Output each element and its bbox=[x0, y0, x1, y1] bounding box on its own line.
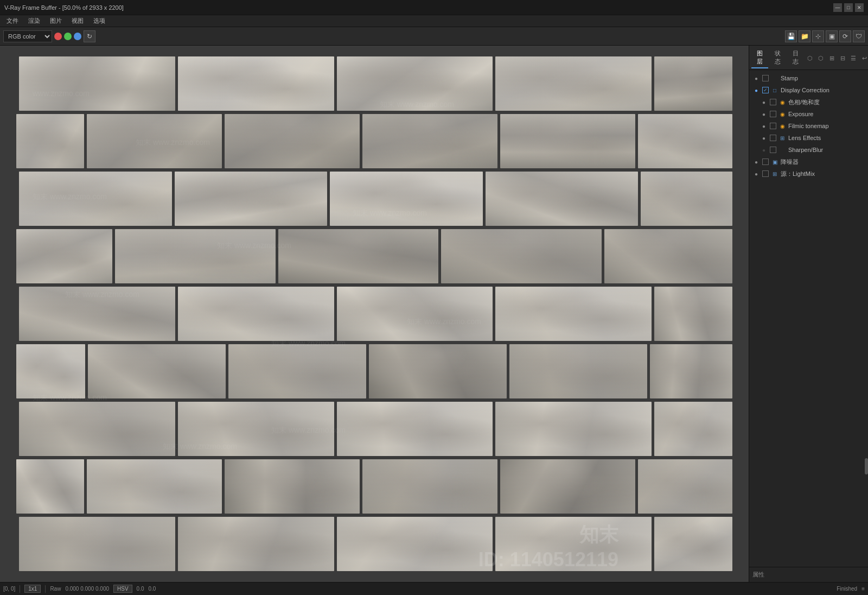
properties-label: 属性 bbox=[752, 569, 865, 580]
layer-eye-lens[interactable]: ● bbox=[760, 134, 768, 142]
layer-lightmix[interactable]: ● ⊞ 源：LightMix bbox=[749, 168, 868, 180]
layer-eye-hue[interactable]: ● bbox=[760, 98, 768, 106]
layer-label-filmic: Filmic tonemap bbox=[788, 123, 829, 129]
layer-eye-denoiser[interactable]: ● bbox=[752, 158, 760, 166]
brick-6-4 bbox=[495, 402, 652, 456]
layer-sharpen[interactable]: ● Sharpen/Blur bbox=[749, 144, 868, 156]
brick-1-1 bbox=[87, 114, 222, 168]
layer-exposure[interactable]: ● ◉ Exposure bbox=[749, 108, 868, 120]
layer-filmic[interactable]: ● ◉ Filmic tonemap bbox=[749, 120, 868, 132]
main-area: www.znzmo.com知末 www.znzmo.com知末 www.znzm… bbox=[0, 46, 868, 582]
brick-5-1 bbox=[88, 344, 226, 398]
brick-6-5 bbox=[654, 402, 732, 456]
color-format-button[interactable]: HSV bbox=[113, 585, 132, 593]
brick-4-4 bbox=[495, 287, 652, 341]
save-as-icon[interactable]: 📁 bbox=[799, 30, 810, 42]
title-bar: V-Ray Frame Buffer - [50.0% of 2933 x 22… bbox=[0, 0, 868, 15]
layer-eye-exposure[interactable]: ● bbox=[760, 110, 768, 118]
menu-options[interactable]: 选项 bbox=[89, 16, 110, 26]
pixel-size-button[interactable]: 1x1 bbox=[24, 585, 41, 593]
brick-2-5 bbox=[641, 172, 732, 226]
brick-1-4 bbox=[500, 114, 635, 168]
menu-render[interactable]: 渲染 bbox=[24, 16, 44, 26]
layer-check-hue[interactable] bbox=[770, 99, 776, 105]
window-controls[interactable]: — □ ✕ bbox=[833, 3, 864, 12]
layer-lens[interactable]: ● ⊞ Lens Effects bbox=[749, 132, 868, 144]
compare-icon[interactable]: ⟳ bbox=[839, 30, 851, 42]
brick-7-4 bbox=[500, 459, 635, 514]
menu-image[interactable]: 图片 bbox=[46, 16, 66, 26]
brick-0-4 bbox=[495, 56, 652, 111]
layer-eye-stamp[interactable]: ● bbox=[752, 74, 760, 82]
red-channel-toggle[interactable] bbox=[54, 33, 62, 40]
layer-display-correction[interactable]: ● ✓ □ Display Correction bbox=[749, 84, 868, 96]
blue-channel-toggle[interactable] bbox=[74, 33, 81, 40]
layer-icon-1[interactable]: ⬡ bbox=[805, 53, 815, 63]
brick-4-3 bbox=[337, 287, 493, 341]
layer-eye-sharpen[interactable]: ● bbox=[760, 146, 768, 154]
status-finished-text: Finished bbox=[837, 586, 857, 592]
color-mode-dropdown[interactable]: RGB color bbox=[3, 30, 52, 42]
cursor-icon[interactable]: ⊹ bbox=[812, 30, 824, 42]
menu-bar: 文件 渲染 图片 视图 选项 bbox=[0, 15, 868, 27]
brick-8-1 bbox=[19, 517, 175, 571]
brick-row-8 bbox=[16, 517, 732, 571]
refresh-icon[interactable]: ↻ bbox=[84, 30, 95, 42]
minimize-button[interactable]: — bbox=[833, 3, 842, 12]
scrollbar-thumb[interactable] bbox=[865, 458, 868, 474]
layer-check-stamp[interactable] bbox=[762, 75, 769, 81]
brick-3-2 bbox=[278, 229, 438, 283]
tab-layers[interactable]: 图层 bbox=[751, 48, 768, 68]
close-button[interactable]: ✕ bbox=[855, 3, 864, 12]
save-icon[interactable]: 💾 bbox=[785, 30, 797, 42]
brick-6-2 bbox=[178, 402, 334, 456]
layer-icon-5[interactable]: ☰ bbox=[848, 53, 858, 63]
brick-row-2 bbox=[16, 172, 732, 226]
tab-status[interactable]: 状态 bbox=[769, 48, 786, 68]
tab-log[interactable]: 日志 bbox=[787, 48, 804, 68]
layer-stamp[interactable]: ● Stamp bbox=[749, 72, 868, 84]
layer-label-stamp: Stamp bbox=[781, 75, 798, 81]
maximize-button[interactable]: □ bbox=[844, 3, 853, 12]
layer-label-denoiser: 降噪器 bbox=[781, 158, 799, 166]
brick-row-0 bbox=[16, 56, 732, 111]
status-menu-icon[interactable]: ≡ bbox=[861, 586, 865, 592]
settings-icon[interactable]: 🛡 bbox=[853, 30, 865, 42]
layer-check-display[interactable]: ✓ bbox=[762, 87, 769, 93]
layer-check-lens[interactable] bbox=[770, 135, 776, 141]
layer-check-denoiser[interactable] bbox=[762, 159, 769, 165]
status-divider-1 bbox=[20, 585, 20, 593]
layer-eye-filmic[interactable]: ● bbox=[760, 122, 768, 130]
layer-icon-filmic: ◉ bbox=[778, 122, 786, 130]
layer-check-filmic[interactable] bbox=[770, 123, 776, 129]
brick-3-1 bbox=[115, 229, 275, 283]
layer-icon-2[interactable]: ⬡ bbox=[816, 53, 826, 63]
extra-value-1: 0.0 bbox=[137, 586, 144, 592]
layer-check-exposure[interactable] bbox=[770, 111, 776, 117]
layer-icon-exposure: ◉ bbox=[778, 110, 786, 118]
layer-eye-display[interactable]: ● bbox=[752, 86, 760, 94]
brick-6-3 bbox=[337, 402, 493, 456]
layer-denoiser[interactable]: ● ▣ 降噪器 bbox=[749, 156, 868, 168]
menu-file[interactable]: 文件 bbox=[2, 16, 23, 26]
green-channel-toggle[interactable] bbox=[64, 33, 72, 40]
layer-icon-6[interactable]: ↩ bbox=[859, 53, 868, 63]
layer-icon-3[interactable]: ⊞ bbox=[827, 53, 837, 63]
layer-icon-display: □ bbox=[771, 86, 778, 94]
brick-3-0 bbox=[16, 229, 112, 283]
brick-8-5 bbox=[654, 517, 732, 571]
layer-label-display: Display Correction bbox=[781, 87, 829, 93]
layer-icon-4[interactable]: ⊟ bbox=[838, 53, 847, 63]
layer-check-lightmix[interactable] bbox=[762, 170, 769, 177]
brick-5-3 bbox=[369, 344, 507, 398]
brick-5-4 bbox=[509, 344, 647, 398]
layer-list: ● Stamp ● ✓ □ Display Correction ● ◉ 色相/… bbox=[749, 70, 868, 567]
menu-view[interactable]: 视图 bbox=[67, 16, 88, 26]
status-bar: [0, 0] 1x1 Raw 0.000 0.000 0.000 HSV 0.0… bbox=[0, 582, 868, 595]
frame-icon[interactable]: ▣ bbox=[826, 30, 838, 42]
layer-check-sharpen[interactable] bbox=[770, 147, 776, 153]
layer-eye-lightmix[interactable]: ● bbox=[752, 170, 760, 178]
layer-hue-saturation[interactable]: ● ◉ 色相/饱和度 bbox=[749, 96, 868, 108]
canvas-area[interactable]: www.znzmo.com知末 www.znzmo.com知末 www.znzm… bbox=[0, 46, 749, 582]
layer-icon-denoiser: ▣ bbox=[771, 158, 778, 166]
